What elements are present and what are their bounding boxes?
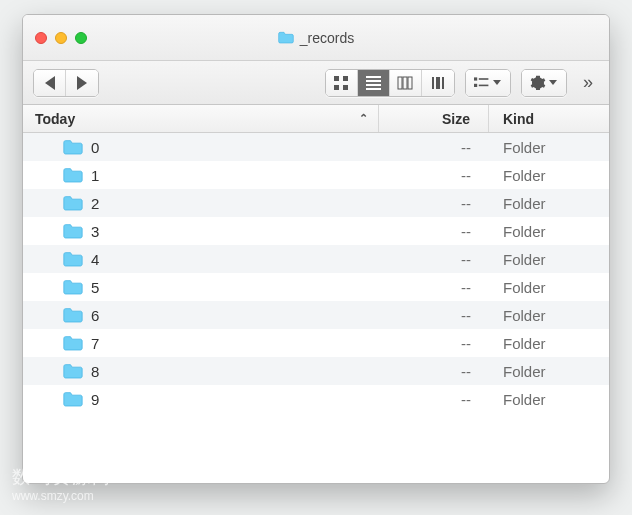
view-list-button[interactable]: [358, 70, 390, 96]
action-seg: [521, 69, 567, 97]
cell-name: 2: [23, 195, 379, 212]
svg-rect-9: [442, 77, 444, 89]
cell-size: --: [379, 335, 489, 352]
folder-icon: [63, 307, 83, 323]
cell-size: --: [379, 307, 489, 324]
watermark-line2: www.smzy.com: [12, 489, 112, 503]
folder-icon: [63, 363, 83, 379]
table-row[interactable]: 1--Folder: [23, 161, 609, 189]
cell-name: 1: [23, 167, 379, 184]
folder-icon: [63, 167, 83, 183]
cell-name: 3: [23, 223, 379, 240]
file-name: 7: [91, 335, 99, 352]
svg-rect-7: [432, 77, 434, 89]
svg-rect-4: [398, 77, 402, 89]
column-header-kind-label: Kind: [503, 111, 534, 127]
nav-seg: [33, 69, 99, 97]
chevron-down-icon: [493, 80, 501, 85]
chevron-left-icon: [45, 76, 55, 90]
window-title: _records: [23, 30, 609, 46]
view-icon-button[interactable]: [326, 70, 358, 96]
folder-icon: [63, 139, 83, 155]
file-name: 3: [91, 223, 99, 240]
column-header-size[interactable]: Size: [379, 105, 489, 132]
cell-size: --: [379, 391, 489, 408]
sort-indicator-icon: ⌃: [359, 112, 368, 125]
chevron-right-icon: [77, 76, 87, 90]
forward-button[interactable]: [66, 70, 98, 96]
file-name: 4: [91, 251, 99, 268]
table-row[interactable]: 5--Folder: [23, 273, 609, 301]
toolbar-overflow-button[interactable]: »: [577, 72, 599, 93]
folder-icon: [63, 279, 83, 295]
window-controls: [35, 32, 87, 44]
folder-icon: [278, 31, 294, 44]
cell-size: --: [379, 279, 489, 296]
folder-icon: [63, 195, 83, 211]
table-row[interactable]: 4--Folder: [23, 245, 609, 273]
column-header-name[interactable]: Today ⌃: [23, 105, 379, 132]
table-row[interactable]: 0--Folder: [23, 133, 609, 161]
svg-rect-1: [343, 76, 348, 81]
svg-rect-8: [436, 77, 440, 89]
watermark: 数码资源网 www.smzy.com: [12, 465, 112, 503]
cell-name: 5: [23, 279, 379, 296]
cell-size: --: [379, 223, 489, 240]
svg-rect-0: [334, 76, 339, 81]
file-name: 2: [91, 195, 99, 212]
table-row[interactable]: 3--Folder: [23, 217, 609, 245]
gallery-icon: [430, 75, 446, 91]
back-button[interactable]: [34, 70, 66, 96]
list-icon: [366, 76, 381, 90]
grid-icon: [333, 75, 349, 91]
cell-size: --: [379, 251, 489, 268]
svg-rect-2: [334, 85, 339, 90]
view-column-button[interactable]: [390, 70, 422, 96]
table-row[interactable]: 8--Folder: [23, 357, 609, 385]
svg-rect-11: [479, 78, 489, 80]
table-row[interactable]: 9--Folder: [23, 385, 609, 413]
cell-kind: Folder: [489, 279, 609, 296]
table-row[interactable]: 2--Folder: [23, 189, 609, 217]
column-header-size-label: Size: [442, 111, 470, 127]
group-by-button[interactable]: [466, 70, 510, 96]
folder-icon: [63, 391, 83, 407]
cell-kind: Folder: [489, 139, 609, 156]
column-header-kind[interactable]: Kind: [489, 105, 609, 132]
svg-rect-10: [474, 77, 477, 80]
table-row[interactable]: 7--Folder: [23, 329, 609, 357]
window-title-text: _records: [300, 30, 354, 46]
svg-rect-3: [343, 85, 348, 90]
column-headers: Today ⌃ Size Kind: [23, 105, 609, 133]
cell-name: 0: [23, 139, 379, 156]
folder-icon: [63, 251, 83, 267]
folder-icon: [63, 223, 83, 239]
titlebar: _records: [23, 15, 609, 61]
cell-kind: Folder: [489, 363, 609, 380]
cell-kind: Folder: [489, 335, 609, 352]
file-list[interactable]: 0--Folder1--Folder2--Folder3--Folder4--F…: [23, 133, 609, 483]
toolbar: »: [23, 61, 609, 105]
file-name: 9: [91, 391, 99, 408]
minimize-window-button[interactable]: [55, 32, 67, 44]
cell-kind: Folder: [489, 195, 609, 212]
watermark-line1: 数码资源网: [12, 465, 112, 489]
file-name: 0: [91, 139, 99, 156]
group-seg: [465, 69, 511, 97]
view-mode-seg: [325, 69, 455, 97]
cell-name: 7: [23, 335, 379, 352]
file-name: 6: [91, 307, 99, 324]
close-window-button[interactable]: [35, 32, 47, 44]
action-menu-button[interactable]: [522, 70, 566, 96]
cell-size: --: [379, 363, 489, 380]
cell-name: 6: [23, 307, 379, 324]
folder-icon: [63, 335, 83, 351]
cell-name: 9: [23, 391, 379, 408]
table-row[interactable]: 6--Folder: [23, 301, 609, 329]
view-gallery-button[interactable]: [422, 70, 454, 96]
chevron-double-right-icon: »: [583, 72, 593, 92]
maximize-window-button[interactable]: [75, 32, 87, 44]
svg-rect-12: [474, 83, 477, 86]
cell-name: 4: [23, 251, 379, 268]
cell-size: --: [379, 167, 489, 184]
